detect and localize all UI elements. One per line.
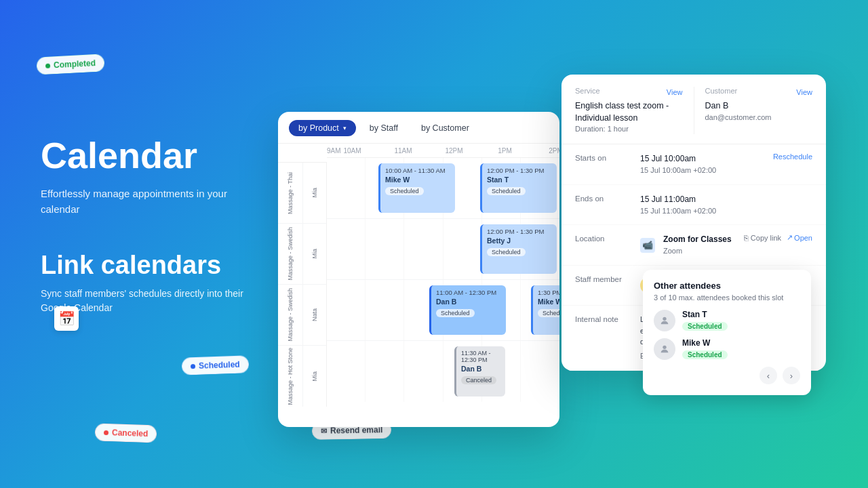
copy-icon: ⎘ bbox=[744, 234, 749, 242]
attendee-row-mike: Mike W Scheduled bbox=[654, 338, 800, 360]
attendees-title: Other attendees bbox=[654, 281, 800, 291]
attendees-subtitle: 3 of 10 max. attendees booked this slot bbox=[654, 293, 800, 302]
cal-row-swedish-nata: 11:00 AM - 12:30 PM Dan B Scheduled 1:30… bbox=[327, 280, 559, 341]
tab-by-staff[interactable]: by Staff bbox=[360, 120, 408, 136]
time-11am: 11AM bbox=[378, 147, 429, 155]
time-header: 9AM 10AM 11AM 12PM 1PM 2PM bbox=[327, 144, 559, 158]
external-link-icon: ↗ bbox=[787, 233, 793, 242]
appt-mike-w-nata[interactable]: 1:30 PM - 3:00 PM Mike W Scheduled bbox=[531, 285, 559, 335]
main-title: Calendar bbox=[41, 136, 258, 176]
left-content: Calendar Effortlessly manage appointment… bbox=[41, 136, 258, 315]
service-section: Service View English class test zoom - I… bbox=[575, 87, 683, 134]
starts-on-row: Starts on 15 Jul 10:00am 15 Jul 10:00am … bbox=[561, 144, 826, 185]
appt-mike-w-thai[interactable]: 10:00 AM - 11:30 AM Mike W Scheduled bbox=[378, 163, 455, 213]
appt-dan-b-canceled[interactable]: 11:30 AM - 12:30 PM Dan B Canceled bbox=[454, 346, 505, 396]
prev-attendees-button[interactable]: ‹ bbox=[760, 367, 777, 384]
cal-row-swedish-mia: 12:00 PM - 1:30 PM Betty J Scheduled bbox=[327, 219, 559, 280]
calendar-card: by Product ▾ by Staff by Customer Massag… bbox=[278, 112, 559, 427]
svg-point-0 bbox=[663, 317, 666, 321]
calendar-tabs: by Product ▾ by Staff by Customer bbox=[278, 112, 559, 144]
calendar-row-labels: Massage - Thai Mia Massage - Swedish Mia… bbox=[278, 144, 327, 427]
time-10am: 10AM bbox=[327, 147, 378, 155]
time-1pm: 1PM bbox=[479, 147, 530, 155]
calendar-body: Massage - Thai Mia Massage - Swedish Mia… bbox=[278, 144, 559, 427]
attendee-avatar-stan bbox=[654, 310, 675, 331]
time-2pm: 2PM bbox=[530, 147, 559, 155]
appt-dan-b-nata[interactable]: 11:00 AM - 12:30 PM Dan B Scheduled bbox=[429, 285, 506, 335]
zoom-icon: 📹 bbox=[640, 238, 655, 253]
chevron-down-icon: ▾ bbox=[343, 125, 347, 131]
detail-divider bbox=[694, 87, 694, 134]
popup-navigation: ‹ › bbox=[654, 367, 800, 384]
row-label-swedish-mia: Massage - Swedish Mia bbox=[278, 224, 327, 285]
calendar-time-area: 9AM 10AM 11AM 12PM 1PM 2PM 10:00 AM - 11… bbox=[327, 144, 559, 427]
link-title: Link calendars bbox=[41, 251, 258, 280]
copy-link-button[interactable]: ⎘ Copy link bbox=[744, 234, 781, 242]
service-view-link[interactable]: View bbox=[667, 88, 683, 96]
completed-badge: Completed bbox=[36, 54, 104, 75]
completed-dot bbox=[45, 63, 50, 68]
location-row: Location 📹 Zoom for Classes Zoom ⎘ Copy … bbox=[561, 225, 826, 266]
attendee-avatar-mike bbox=[654, 338, 675, 360]
canceled-dot bbox=[104, 430, 108, 434]
canceled-badge: Canceled bbox=[95, 423, 157, 443]
attendee-row-stan: Stan T Scheduled bbox=[654, 310, 800, 331]
detail-header: Service View English class test zoom - I… bbox=[561, 75, 826, 144]
tab-by-customer[interactable]: by Customer bbox=[412, 120, 479, 136]
attendees-popup: Other attendees 3 of 10 max. attendees b… bbox=[643, 270, 811, 395]
scheduled-dot bbox=[191, 364, 195, 369]
row-label-hotstone-mia: Massage - Hot Stone Mia bbox=[278, 346, 327, 407]
svg-point-1 bbox=[663, 346, 666, 349]
row-label-thai-mia: Massage - Thai Mia bbox=[278, 163, 327, 224]
cal-row-thai-mia: 10:00 AM - 11:30 AM Mike W Scheduled 12:… bbox=[327, 158, 559, 219]
open-link-button[interactable]: ↗ Open bbox=[787, 233, 812, 242]
link-subtitle: Sync staff members' schedules directly i… bbox=[41, 287, 258, 315]
row-label-swedish-nata: Massage - Swedish Nata bbox=[278, 285, 327, 346]
customer-section: Customer View Dan B dan@customer.com bbox=[705, 87, 813, 134]
envelope-icon: ✉ bbox=[321, 426, 327, 435]
next-attendees-button[interactable]: › bbox=[783, 367, 800, 384]
appt-stan-t-thai[interactable]: 12:00 PM - 1:30 PM Stan T Scheduled bbox=[480, 163, 557, 213]
cal-row-hotstone-mia: 11:30 AM - 12:30 PM Dan B Canceled bbox=[327, 341, 559, 402]
scheduled-badge: Scheduled bbox=[182, 355, 250, 375]
customer-view-link[interactable]: View bbox=[796, 88, 812, 96]
time-12pm: 12PM bbox=[429, 147, 479, 155]
tab-by-product[interactable]: by Product ▾ bbox=[289, 120, 356, 136]
ends-on-row: Ends on 15 Jul 11:00am 15 Jul 11:00am +0… bbox=[561, 185, 826, 226]
appt-betty-j[interactable]: 12:00 PM - 1:30 PM Betty J Scheduled bbox=[480, 224, 557, 274]
main-subtitle: Effortlessly manage appointments in your… bbox=[41, 186, 258, 217]
reschedule-button[interactable]: Reschedule bbox=[773, 152, 812, 161]
cell-9-thai bbox=[327, 158, 366, 218]
